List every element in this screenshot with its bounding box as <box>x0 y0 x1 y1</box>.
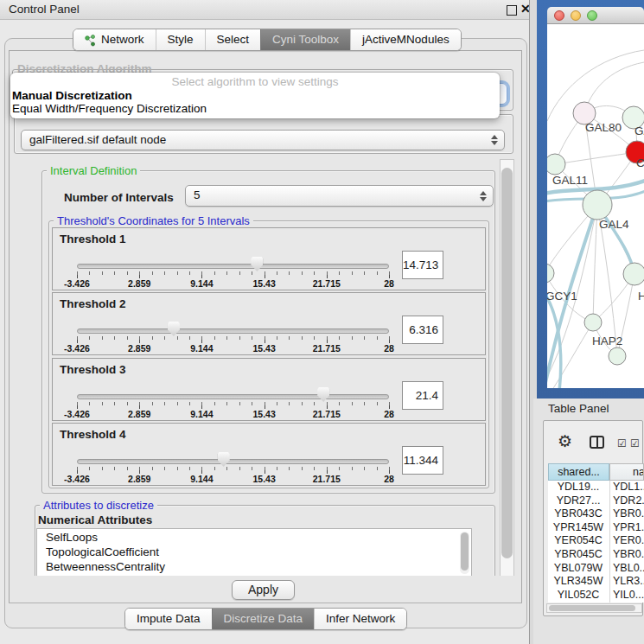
tab-jactivemnodules-label: jActiveMNodules <box>362 30 450 49</box>
threshold-1-slider-thumb[interactable] <box>251 257 263 271</box>
settings-scrollbar-thumb[interactable] <box>501 168 513 558</box>
algorithm-dropdown-popup: Select algorithm to view settings Manual… <box>10 73 500 118</box>
cell-name: YIL0... <box>613 589 644 603</box>
table-panel-title: Table Panel <box>548 402 609 415</box>
tab-network[interactable]: Network <box>73 29 156 50</box>
float-window-icon[interactable] <box>507 5 517 16</box>
threshold-1-panel: Threshold 1 -3.426 2.859 9.144 15.43 21.… <box>52 227 486 290</box>
list-item[interactable]: TopologicalCoefficient <box>46 545 159 558</box>
threshold-2-value-field[interactable]: 6.316 <box>402 316 443 344</box>
threshold-1-slider-track[interactable] <box>77 264 389 269</box>
threshold-2-slider-track[interactable] <box>77 328 389 334</box>
slider-tick-labels: -3.426 2.859 9.144 15.43 21.715 28 <box>77 343 389 354</box>
node-table[interactable]: YDL19...YDL1... YDR27...YDR2... YBR043CY… <box>548 481 644 603</box>
cell-name: YER0... <box>613 534 644 548</box>
node-label: GA <box>634 124 644 137</box>
interval-definition-title: Interval Definition <box>47 164 140 177</box>
tab-jactivemnodules[interactable]: jActiveMNodules <box>350 29 461 50</box>
numerical-attributes-list[interactable]: SelfLoops TopologicalCoefficient Between… <box>36 528 472 577</box>
node-label: GAL80 <box>585 121 622 134</box>
table-scrollbar-thumb[interactable] <box>549 605 635 611</box>
threshold-2-slider-thumb[interactable] <box>168 322 180 336</box>
tab-style-label: Style <box>168 30 194 49</box>
cell-shared-name: YDR27... <box>548 494 609 508</box>
table-row[interactable]: YDR27...YDR2... <box>548 494 644 508</box>
tab-select[interactable]: Select <box>205 29 261 50</box>
table-row[interactable]: YPR145WYPR1... <box>548 521 644 535</box>
network-window-titlebar[interactable] <box>547 7 644 24</box>
list-scrollbar[interactable] <box>460 532 469 574</box>
threshold-4-value-field[interactable]: 11.344 <box>402 446 443 475</box>
attributes-group-title: Attributes to discretize <box>40 499 157 512</box>
list-item[interactable]: SelfLoops <box>46 531 98 544</box>
node-gcy1[interactable] <box>547 264 554 283</box>
tick-label: 2.859 <box>128 343 150 354</box>
tick-label: -3.426 <box>64 343 90 354</box>
columns-icon[interactable] <box>590 436 604 449</box>
tick-label: 9.144 <box>190 278 213 289</box>
apply-button[interactable]: Apply <box>232 580 295 600</box>
menu-item-manual-discretization[interactable]: Manual Discretization <box>12 89 132 102</box>
tab-style[interactable]: Style <box>156 29 205 50</box>
column-header-name[interactable]: na... <box>609 463 644 481</box>
cell-name: YPR1... <box>613 521 644 535</box>
number-of-intervals-combobox[interactable]: 5 <box>185 185 494 207</box>
list-item[interactable]: BetweennessCentrality <box>46 560 165 573</box>
table-row[interactable]: YBR043CYBR0... <box>548 507 644 521</box>
gear-icon[interactable]: ⚙ <box>558 433 572 450</box>
tab-infer-network[interactable]: Infer Network <box>314 609 406 629</box>
node-gal11[interactable] <box>547 154 565 175</box>
control-panel-titlebar: Control Panel <box>0 0 533 20</box>
tab-select-label: Select <box>217 30 250 49</box>
node-h[interactable] <box>623 263 644 285</box>
cell-shared-name: YBR043C <box>548 507 609 521</box>
menu-item-equal-width-frequency[interactable]: Equal Width/Frequency Discretization <box>12 102 207 115</box>
tab-infer-network-label: Infer Network <box>326 609 395 628</box>
zoom-traffic-light-icon[interactable] <box>587 10 597 21</box>
cell-shared-name: YBL079W <box>548 562 609 576</box>
tab-discretize-data[interactable]: Discretize Data <box>212 609 315 629</box>
node-partial[interactable] <box>609 348 626 365</box>
slider-minor-ticks <box>77 336 390 340</box>
settings-scrollbar[interactable] <box>500 159 514 577</box>
tick-label: -3.426 <box>64 474 90 484</box>
panel-divider <box>9 603 522 603</box>
table-row[interactable]: YIL052CYIL0... <box>548 589 644 603</box>
node-gal4[interactable] <box>583 190 612 220</box>
network-view[interactable]: GAL80 GA C GAL11 GAL4 GCY1 H HAP2 <box>547 24 644 388</box>
table-horizontal-scrollbar[interactable] <box>546 603 642 613</box>
number-of-intervals-label: Number of Intervals <box>64 191 174 204</box>
tick-label: 15.43 <box>252 409 275 419</box>
cell-shared-name: YBR045C <box>548 548 609 562</box>
cell-shared-name: YIL052C <box>548 589 609 603</box>
threshold-3-slider-thumb[interactable] <box>317 387 329 402</box>
column-separator <box>609 481 610 603</box>
column-header-shared-name[interactable]: shared... <box>548 463 609 481</box>
numerical-attributes-header: Numerical Attributes <box>38 513 152 526</box>
table-row[interactable]: YER054CYER0... <box>548 534 644 548</box>
select-checkbox-icon[interactable]: ☑ <box>617 437 627 450</box>
select-all-checkbox-icon[interactable]: ☑ <box>630 437 640 450</box>
algorithm-prompt: Select algorithm to view settings <box>10 75 500 88</box>
threshold-4-slider-track[interactable] <box>77 459 389 464</box>
tick-label: 15.43 <box>252 474 275 484</box>
network-nodes <box>547 102 644 365</box>
tab-impute-data[interactable]: Impute Data <box>125 609 212 629</box>
tick-label: 9.144 <box>190 474 213 484</box>
close-traffic-light-icon[interactable] <box>554 10 564 21</box>
table-row[interactable]: YDL19...YDL1... <box>548 481 644 494</box>
tab-cyni-toolbox[interactable]: Cyni Toolbox <box>260 29 350 50</box>
slider-minor-ticks <box>77 271 390 275</box>
threshold-4-slider-thumb[interactable] <box>218 452 230 467</box>
threshold-3-slider-track[interactable] <box>77 394 389 399</box>
node-hap2[interactable] <box>584 314 602 331</box>
tick-label: 9.144 <box>190 409 213 419</box>
table-row[interactable]: YLR345WYLR3... <box>548 575 644 589</box>
cell-name: YDR2... <box>613 494 644 508</box>
threshold-1-value-field[interactable]: 14.713 <box>402 251 443 279</box>
table-row[interactable]: YBR045CYBR0... <box>548 548 644 562</box>
table-data-combobox[interactable]: galFiltered.sif default node <box>21 130 505 150</box>
minimize-traffic-light-icon[interactable] <box>571 10 581 21</box>
threshold-3-value-field[interactable]: 21.4 <box>402 381 443 410</box>
table-row[interactable]: YBL079WYBL0... <box>548 562 644 576</box>
